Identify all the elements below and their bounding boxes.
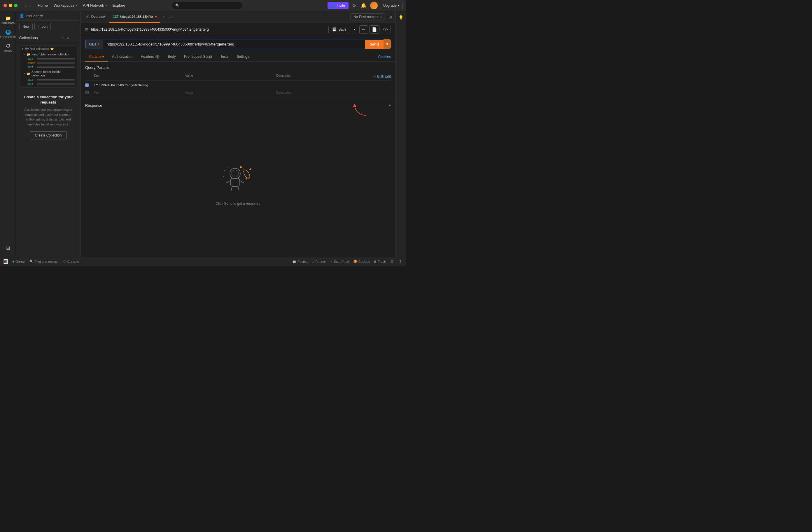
edit-button[interactable]: ✏ [359, 25, 368, 33]
req-row-get-4[interactable]: GET [19, 82, 77, 87]
param-key-2[interactable]: Key [94, 91, 185, 94]
upgrade-button[interactable]: Upgrade ▾ [380, 2, 403, 9]
api-network-nav[interactable]: API Network ▾ [81, 2, 109, 9]
param-checkbox-2[interactable] [85, 91, 89, 94]
preview-button[interactable]: 📄 [369, 25, 379, 33]
trash-item[interactable]: 🗑 Trash [374, 258, 386, 265]
find-replace-item[interactable]: 🔍 Find and replace [29, 260, 59, 263]
search-input[interactable] [182, 3, 239, 8]
tab-authorization[interactable]: Authorization [108, 52, 136, 61]
create-collection-button[interactable]: Create Collection [30, 131, 67, 140]
console-label: Console [67, 260, 79, 263]
chevron-down-icon: ▾ [389, 103, 391, 107]
home-label: Home [38, 3, 48, 8]
request-header-row: ⊞ https://192.168.1.54/x/rioget?1*169997… [81, 23, 395, 36]
tab-headers[interactable]: Headers 6 [136, 52, 164, 61]
value-col-header: Value [185, 74, 276, 78]
tab-pre-request[interactable]: Pre-request Script [180, 52, 216, 61]
home-nav[interactable]: Home [35, 2, 50, 9]
avatar[interactable] [370, 2, 378, 9]
tab-settings[interactable]: Settings [232, 52, 253, 61]
close-button[interactable] [3, 4, 7, 7]
params-header: Key Value Description ··· Bulk Edit [85, 72, 391, 81]
param-checkbox-1[interactable] [85, 83, 89, 87]
save-button[interactable]: 💾 Save [329, 26, 350, 33]
tab-request[interactable]: GET https://192.168.1.54/x/r [109, 11, 160, 23]
response-body: Click Send to get a response [81, 111, 395, 257]
grid-icon-button[interactable]: ⊞ [387, 13, 393, 20]
req-row-get-1[interactable]: GET [19, 57, 77, 61]
req-row-get-3[interactable]: GET [19, 78, 77, 82]
invite-label: Invite [337, 3, 345, 8]
svg-point-2 [232, 170, 238, 177]
folder-row-2[interactable]: ▾ 📂 Second folder inside collection [19, 69, 77, 78]
maximize-button[interactable] [14, 4, 17, 7]
cookies-item[interactable]: 🍪 Cookies [353, 258, 370, 265]
tab-tests[interactable]: Tests [216, 52, 232, 61]
code-button[interactable]: </> [381, 26, 391, 33]
param-row-2: Key Value Description [85, 89, 391, 96]
add-tab-button[interactable]: + [160, 14, 168, 20]
invite-button[interactable]: 👤 Invite [328, 2, 349, 9]
check-col-1[interactable] [85, 83, 94, 87]
req-row-post-1[interactable]: POST [19, 61, 77, 65]
param-desc-2[interactable]: Description [276, 91, 367, 94]
explore-nav[interactable]: Explore [110, 2, 128, 9]
save-dropdown-button[interactable]: ▾ [351, 26, 358, 33]
back-button[interactable]: ‹ [23, 3, 27, 9]
workspaces-nav[interactable]: Workspaces ▾ [51, 2, 79, 9]
search-bar[interactable]: 🔍 [172, 2, 242, 9]
unsaved-dot [155, 16, 157, 17]
send-button[interactable]: Send [365, 40, 383, 49]
sidebar-item-collections[interactable]: 📁 Collections [2, 13, 15, 26]
sidebar-item-new[interactable]: ⊞ [2, 242, 15, 254]
notifications-button[interactable]: 🔔 [360, 1, 368, 9]
sidebar-item-history[interactable]: ⏱ History [2, 41, 15, 54]
send-dropdown-button[interactable]: ▾ [383, 39, 391, 49]
right-actions: 👤 Invite ⚙ 🔔 Upgrade ▾ [328, 1, 403, 9]
method-label: GET [89, 42, 97, 46]
tabs-more-button[interactable]: ··· [168, 15, 174, 19]
right-sidebar-button-1[interactable]: 💡 [397, 13, 405, 21]
bulk-edit-button[interactable]: Bulk Edit [377, 74, 391, 78]
postbot-item[interactable]: 🤖 Postbot [292, 258, 308, 265]
minimize-button[interactable] [9, 4, 12, 7]
settings-button[interactable]: ⚙ [351, 1, 357, 9]
tab-params[interactable]: Params [85, 52, 108, 61]
more-options-icon[interactable]: ··· [373, 74, 376, 78]
more-options-btn[interactable]: ··· [71, 35, 77, 41]
runner-icon: ▷ [312, 260, 314, 263]
req-row-get-2[interactable]: GET [19, 65, 77, 69]
console-item[interactable]: ▢ Console [63, 260, 79, 263]
svg-line-6 [231, 186, 232, 191]
grid-button[interactable]: ⊞ [389, 258, 395, 265]
folder-row-1[interactable]: ▾ 📂 First folder inside collection [19, 52, 77, 57]
new-button[interactable]: New [19, 23, 33, 30]
param-key-1[interactable]: 1*1699974604335000*ertgw4634tertg... [94, 83, 185, 87]
tab-overview[interactable]: ◎ Overview [83, 11, 109, 23]
tab-body[interactable]: Body [164, 52, 180, 61]
url-bar: GET ▾ Send ▾ [85, 39, 391, 49]
filter-btn[interactable]: ≡ [66, 35, 70, 41]
method-select[interactable]: GET ▾ [85, 40, 103, 49]
response-header[interactable]: Response ▾ [81, 100, 395, 111]
forward-button[interactable]: › [28, 3, 32, 9]
start-proxy-item[interactable]: ↔ Start Proxy [329, 258, 349, 265]
folder-name-1: First folder inside collection [31, 53, 75, 56]
sidebar-item-environments[interactable]: 🌐 Environments [2, 27, 15, 40]
collection-header[interactable]: ▾ My first collection ⭐ ··· [19, 46, 77, 52]
check-col-2[interactable] [85, 91, 94, 94]
import-button[interactable]: Import [34, 23, 51, 30]
param-value-2[interactable]: Value [185, 91, 276, 94]
runner-item[interactable]: ▷ Runner [312, 258, 326, 265]
add-collection-btn[interactable]: + [60, 35, 64, 41]
help-button[interactable]: ? [398, 258, 403, 265]
cookies-link[interactable]: Cookies [378, 55, 391, 59]
svg-line-7 [238, 186, 239, 191]
environment-selector[interactable]: No Environment ▾ [350, 13, 385, 20]
online-status[interactable]: Online [13, 260, 25, 263]
info-desc: A collection lets you group related requ… [20, 107, 77, 127]
api-network-label: API Network [83, 3, 104, 8]
url-input[interactable] [103, 40, 365, 49]
sidebar-toggle-button[interactable]: ⊞ [3, 259, 8, 264]
